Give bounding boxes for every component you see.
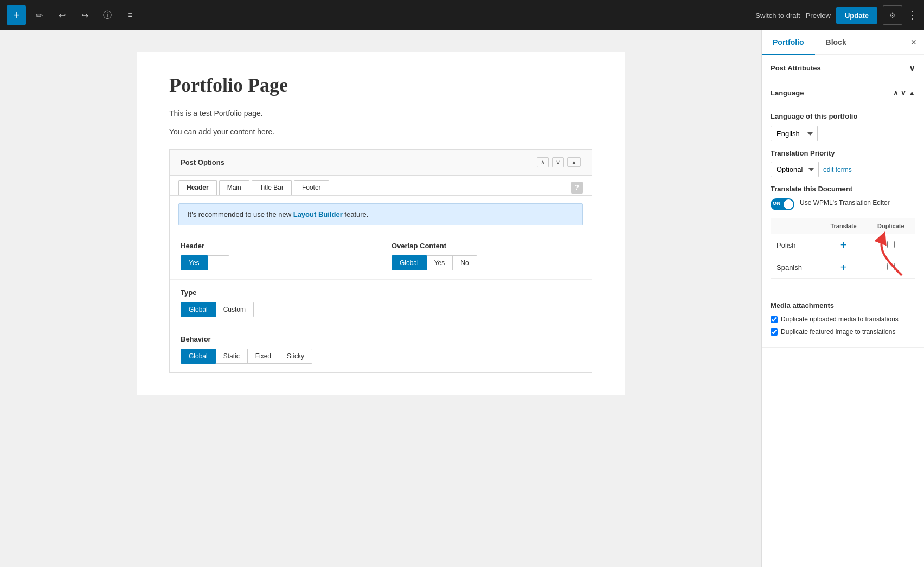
editor-inner: Portfolio Page This is a test Portfolio … (137, 52, 625, 395)
plus-icon-polish[interactable]: + (840, 239, 847, 251)
settings-button[interactable]: ⚙ (883, 5, 902, 25)
lang-polish: Polish (771, 234, 820, 256)
duplicate-checkbox-spanish[interactable] (867, 256, 915, 279)
post-options-panel: Post Options ∧ ∨ ▲ Header Main Title Bar… (169, 149, 592, 373)
arrow-up-icon: ∧ (893, 89, 899, 97)
translation-table: Translate Duplicate Polish + Span (771, 218, 915, 279)
overlap-no-button[interactable]: No (453, 255, 477, 270)
toggle-on-label: ON (773, 201, 781, 206)
media-check-row-1: Duplicate uploaded media to translations (771, 315, 915, 324)
sidebar-content: Post Attributes ∨ Language ∧ ∨ ▲ Languag… (762, 55, 924, 348)
undo-icon[interactable]: ↩ (52, 5, 72, 25)
type-custom-button[interactable]: Custom (216, 302, 254, 317)
checkbox-polish[interactable] (887, 241, 895, 248)
language-section-header[interactable]: Language ∧ ∨ ▲ (762, 81, 924, 105)
header-group: Header Yes (181, 242, 370, 270)
header-blank-button[interactable] (208, 255, 229, 270)
header-yes-button[interactable]: Yes (181, 255, 208, 270)
media-check-row-2: Duplicate featured image to translations (771, 327, 915, 337)
translate-plus-spanish[interactable]: + (820, 256, 867, 279)
lang-spanish: Spanish (771, 256, 820, 279)
header-label: Header (181, 242, 370, 250)
preview-button[interactable]: Preview (806, 11, 831, 20)
media-attachments-label: Media attachments (771, 301, 915, 310)
layout-builder-link[interactable]: Layout Builder (293, 210, 343, 218)
language-of-portfolio-section: Language of this portfolio English Polis… (762, 105, 924, 149)
post-options-controls: ∧ ∨ ▲ (537, 157, 581, 167)
post-options-header: Post Options ∧ ∨ ▲ (170, 150, 592, 176)
translate-section: Translate this Document ON Use WPML's Tr… (762, 185, 924, 294)
overlap-global-button[interactable]: Global (392, 255, 427, 270)
tab-help-button[interactable]: ? (571, 182, 583, 194)
post-attributes-section: Post Attributes ∨ (762, 55, 924, 81)
pen-icon[interactable]: ✏ (29, 5, 49, 25)
editor-area[interactable]: Portfolio Page This is a test Portfolio … (0, 30, 761, 567)
sidebar-close-button[interactable]: × (903, 30, 924, 54)
table-row: Polish + (771, 234, 915, 256)
collapse-up-button[interactable]: ∧ (537, 157, 549, 167)
type-global-button[interactable]: Global (181, 302, 216, 317)
collapse-down-button[interactable]: ∨ (552, 157, 564, 167)
translate-document-label: Translate this Document (771, 185, 915, 193)
type-group: Type Global Custom (181, 288, 581, 317)
update-button[interactable]: Update (836, 7, 877, 24)
table-header-duplicate: Duplicate (867, 218, 915, 234)
header-overlap-section: Header Yes Overlap Content Global Yes No (170, 233, 592, 280)
post-attributes-label: Post Attributes (771, 64, 821, 72)
behavior-static-button[interactable]: Static (216, 349, 248, 364)
sidebar: Portfolio Block × Post Attributes ∨ Lang… (761, 30, 924, 567)
post-attributes-header[interactable]: Post Attributes ∨ (762, 55, 924, 81)
table-header-lang (771, 218, 820, 234)
language-select-wrap: English Polish Spanish (771, 126, 915, 141)
overlap-label: Overlap Content (392, 242, 581, 250)
sidebar-tab-portfolio[interactable]: Portfolio (762, 30, 815, 54)
tabs-row: Header Main Title Bar Footer ? (170, 176, 592, 196)
language-of-portfolio-label: Language of this portfolio (771, 112, 915, 120)
toggle-row: ON Use WPML's Translation Editor (771, 198, 915, 210)
wpml-toggle[interactable]: ON (771, 198, 794, 210)
info-icon[interactable]: ⓘ (98, 5, 117, 25)
page-title: Portfolio Page (169, 74, 592, 96)
info-text: It's recommended to use the new (188, 210, 293, 218)
language-select[interactable]: English Polish Spanish (771, 126, 818, 141)
info-suffix: feature. (343, 210, 369, 218)
overlap-yes-button[interactable]: Yes (427, 255, 453, 270)
tab-header[interactable]: Header (178, 180, 217, 195)
redo-icon[interactable]: ↪ (75, 5, 94, 25)
behavior-btn-group: Global Static Fixed Sticky (181, 349, 581, 364)
language-controls: ∧ ∨ ▲ (893, 89, 915, 97)
toolbar-left: + ✏ ↩ ↪ ⓘ ≡ (7, 5, 140, 25)
type-btn-group: Global Custom (181, 302, 581, 317)
translate-plus-polish[interactable]: + (820, 234, 867, 256)
translation-priority-label: Translation Priority (771, 149, 915, 157)
behavior-label: Behavior (181, 335, 581, 343)
sidebar-tab-block[interactable]: Block (815, 30, 857, 54)
plus-icon-spanish[interactable]: + (840, 261, 847, 273)
media-attachments-section: Media attachments Duplicate uploaded med… (762, 294, 924, 347)
behavior-sticky-button[interactable]: Sticky (279, 349, 312, 364)
list-icon[interactable]: ≡ (120, 5, 140, 25)
more-options-button[interactable]: ⋮ (908, 9, 917, 21)
behavior-global-button[interactable]: Global (181, 349, 216, 364)
tab-footer[interactable]: Footer (294, 180, 329, 195)
media-checkbox-1[interactable] (771, 316, 778, 323)
collapse-full-button[interactable]: ▲ (567, 157, 581, 167)
post-options-title: Post Options (181, 158, 224, 166)
switch-to-draft-button[interactable]: Switch to draft (755, 11, 800, 20)
behavior-fixed-button[interactable]: Fixed (248, 349, 279, 364)
tab-title-bar[interactable]: Title Bar (252, 180, 292, 195)
add-block-button[interactable]: + (7, 5, 26, 25)
duplicate-checkbox-polish[interactable] (867, 234, 915, 256)
media-check-label-1: Duplicate uploaded media to translations (781, 315, 899, 324)
toggle-knob (784, 199, 793, 209)
media-checkbox-2[interactable] (771, 328, 778, 336)
translation-priority-select[interactable]: Optional High Medium Low (771, 162, 819, 177)
checkbox-spanish[interactable] (887, 263, 895, 270)
edit-terms-link[interactable]: edit terms (823, 166, 852, 173)
tab-main[interactable]: Main (219, 180, 249, 195)
table-row: Spanish + (771, 256, 915, 279)
paragraph-2: You can add your content here. (169, 126, 592, 138)
overlap-btn-group: Global Yes No (392, 255, 581, 270)
paragraph-1: This is a test Portfolio page. (169, 107, 592, 119)
language-panel-section: Language ∧ ∨ ▲ Language of this portfoli… (762, 81, 924, 348)
